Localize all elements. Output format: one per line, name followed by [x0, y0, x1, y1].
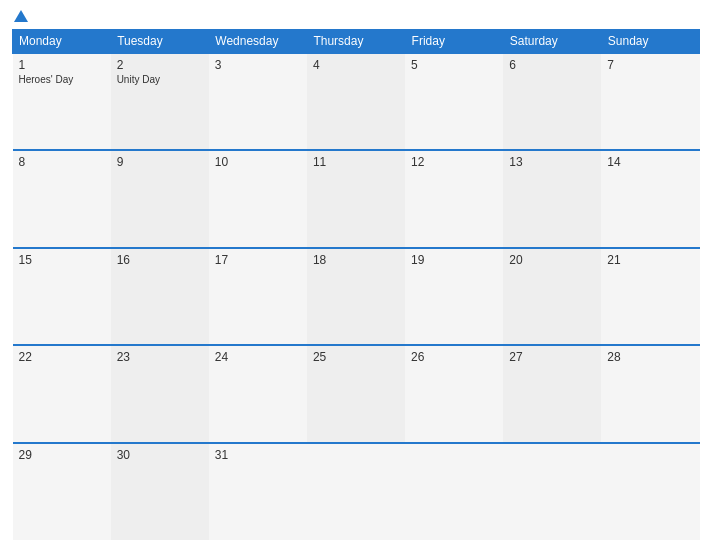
calendar-week-row: 22232425262728 — [13, 345, 700, 442]
header-wednesday: Wednesday — [209, 30, 307, 54]
calendar-cell: 27 — [503, 345, 601, 442]
logo-blue-text — [12, 10, 28, 23]
calendar-cell: 8 — [13, 150, 111, 247]
day-number: 14 — [607, 155, 693, 169]
calendar-cell: 12 — [405, 150, 503, 247]
day-number: 3 — [215, 58, 301, 72]
header-sunday: Sunday — [601, 30, 699, 54]
days-header-row: Monday Tuesday Wednesday Thursday Friday… — [13, 30, 700, 54]
day-number: 16 — [117, 253, 203, 267]
day-number: 22 — [19, 350, 105, 364]
calendar-cell: 26 — [405, 345, 503, 442]
calendar-cell — [601, 443, 699, 540]
day-number: 24 — [215, 350, 301, 364]
calendar-cell: 16 — [111, 248, 209, 345]
calendar-cell: 17 — [209, 248, 307, 345]
day-number: 18 — [313, 253, 399, 267]
day-number: 2 — [117, 58, 203, 72]
day-number: 11 — [313, 155, 399, 169]
day-number: 25 — [313, 350, 399, 364]
calendar-cell: 21 — [601, 248, 699, 345]
calendar-cell: 25 — [307, 345, 405, 442]
day-number: 12 — [411, 155, 497, 169]
day-number: 13 — [509, 155, 595, 169]
header-friday: Friday — [405, 30, 503, 54]
day-number: 1 — [19, 58, 105, 72]
logo-triangle-icon — [14, 10, 28, 22]
day-number: 26 — [411, 350, 497, 364]
day-number: 9 — [117, 155, 203, 169]
day-number: 31 — [215, 448, 301, 462]
calendar-cell: 7 — [601, 53, 699, 150]
calendar-cell: 22 — [13, 345, 111, 442]
day-number: 23 — [117, 350, 203, 364]
calendar-cell: 11 — [307, 150, 405, 247]
calendar-cell — [503, 443, 601, 540]
day-number: 5 — [411, 58, 497, 72]
calendar-cell: 6 — [503, 53, 601, 150]
calendar-cell: 30 — [111, 443, 209, 540]
day-number: 17 — [215, 253, 301, 267]
calendar-cell: 14 — [601, 150, 699, 247]
country-label — [640, 10, 700, 14]
day-number: 28 — [607, 350, 693, 364]
calendar-cell: 29 — [13, 443, 111, 540]
day-number: 7 — [607, 58, 693, 72]
calendar-cell: 15 — [13, 248, 111, 345]
calendar-week-row: 1Heroes' Day2Unity Day34567 — [13, 53, 700, 150]
calendar-table: Monday Tuesday Wednesday Thursday Friday… — [12, 29, 700, 540]
day-event: Unity Day — [117, 74, 203, 85]
header-monday: Monday — [13, 30, 111, 54]
calendar-cell: 23 — [111, 345, 209, 442]
day-number: 19 — [411, 253, 497, 267]
day-number: 15 — [19, 253, 105, 267]
calendar-week-row: 891011121314 — [13, 150, 700, 247]
calendar-cell: 9 — [111, 150, 209, 247]
day-event: Heroes' Day — [19, 74, 105, 85]
calendar-week-row: 15161718192021 — [13, 248, 700, 345]
calendar-cell: 5 — [405, 53, 503, 150]
day-number: 6 — [509, 58, 595, 72]
logo — [12, 10, 28, 23]
calendar-cell: 13 — [503, 150, 601, 247]
day-number: 20 — [509, 253, 595, 267]
calendar-cell — [307, 443, 405, 540]
day-number: 21 — [607, 253, 693, 267]
day-number: 10 — [215, 155, 301, 169]
calendar-cell: 3 — [209, 53, 307, 150]
calendar-cell: 2Unity Day — [111, 53, 209, 150]
day-number: 29 — [19, 448, 105, 462]
calendar-cell: 24 — [209, 345, 307, 442]
day-number: 8 — [19, 155, 105, 169]
calendar-cell: 31 — [209, 443, 307, 540]
calendar-cell: 19 — [405, 248, 503, 345]
calendar-cell: 1Heroes' Day — [13, 53, 111, 150]
calendar-cell: 20 — [503, 248, 601, 345]
calendar-header — [12, 10, 700, 23]
calendar-cell: 28 — [601, 345, 699, 442]
calendar-cell: 10 — [209, 150, 307, 247]
day-number: 30 — [117, 448, 203, 462]
calendar-week-row: 293031 — [13, 443, 700, 540]
day-number: 4 — [313, 58, 399, 72]
calendar-cell: 18 — [307, 248, 405, 345]
calendar-cell: 4 — [307, 53, 405, 150]
header-saturday: Saturday — [503, 30, 601, 54]
header-tuesday: Tuesday — [111, 30, 209, 54]
calendar-cell — [405, 443, 503, 540]
calendar-page: Monday Tuesday Wednesday Thursday Friday… — [0, 0, 712, 550]
header-thursday: Thursday — [307, 30, 405, 54]
day-number: 27 — [509, 350, 595, 364]
